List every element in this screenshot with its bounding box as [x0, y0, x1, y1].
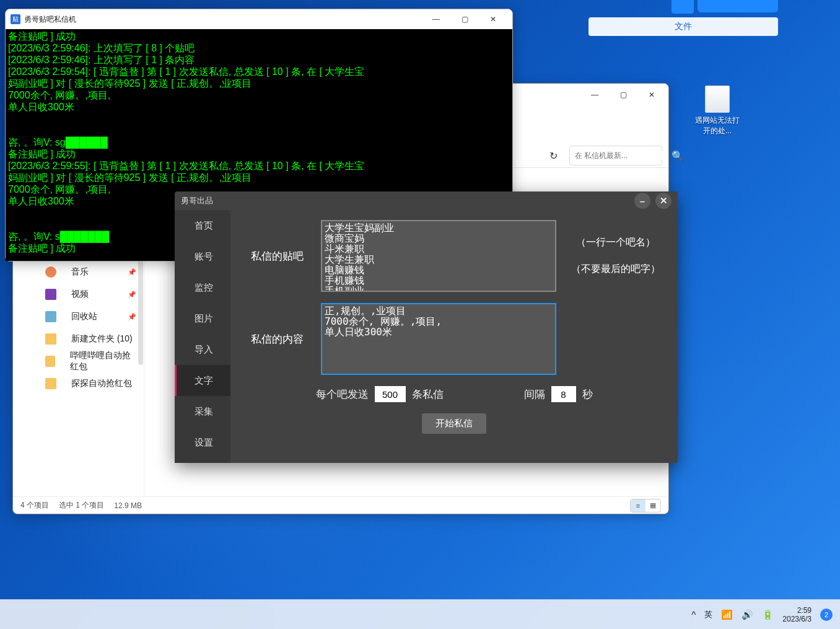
- close-button[interactable]: ✕: [637, 86, 666, 104]
- sidebar-item-recycle[interactable]: 回收站📌: [13, 306, 144, 328]
- status-selected: 选中 1 个项目: [59, 500, 104, 511]
- input-interval[interactable]: [551, 386, 576, 402]
- notification-badge[interactable]: 2: [820, 609, 833, 621]
- status-item-count: 4 个项目: [20, 500, 49, 511]
- tab-import[interactable]: 导入: [175, 334, 230, 365]
- tab-home[interactable]: 首页: [175, 210, 230, 241]
- settings-sidebar: 首页 账号 监控 图片 导入 文字 采集 设置: [175, 210, 230, 463]
- refresh-button[interactable]: ↻: [542, 146, 564, 165]
- video-icon: [45, 289, 56, 300]
- settings-window: 勇哥出品 – ✕ 首页 账号 监控 图片 导入 文字 采集 设置 私信的贴吧 （…: [175, 191, 678, 463]
- minimize-button[interactable]: —: [580, 86, 609, 104]
- folder-icon: [45, 356, 55, 367]
- label-per-bar: 每个吧发送: [316, 387, 369, 402]
- taskbar-clock[interactable]: 2:59 2023/6/3: [782, 606, 812, 623]
- input-count[interactable]: [375, 386, 406, 402]
- icons-view-button[interactable]: ▦: [645, 499, 660, 512]
- console-titlebar[interactable]: 贴 勇哥贴吧私信机 — ▢ ✕: [6, 9, 512, 29]
- top-blue-pill[interactable]: [698, 0, 778, 12]
- taskbar[interactable]: ^ 英 📶 🔊 🔋 2:59 2023/6/3 2: [0, 599, 840, 629]
- send-config-row: 每个吧发送 条私信 间隔 秒: [243, 386, 665, 402]
- start-button[interactable]: 开始私信: [422, 413, 486, 434]
- sidebar-item-folder[interactable]: 哔哩哔哩自动抢红包: [13, 350, 144, 372]
- search-icon: 🔍: [672, 150, 684, 162]
- search-input[interactable]: [575, 151, 668, 160]
- tab-monitor[interactable]: 监控: [175, 272, 230, 303]
- maximize-button[interactable]: ▢: [609, 86, 637, 104]
- pin-icon: 📌: [128, 291, 136, 299]
- sidebar-item-videos[interactable]: 视频📌: [13, 283, 144, 306]
- view-toggle[interactable]: ≡ ▦: [630, 499, 661, 512]
- file-icon: [705, 86, 730, 113]
- minimize-button[interactable]: –: [634, 193, 650, 209]
- app-icon: 贴: [11, 14, 20, 24]
- folder-icon: [45, 378, 56, 389]
- sidebar-item-music[interactable]: 音乐📌: [13, 261, 144, 283]
- status-size: 12.9 MB: [114, 501, 142, 510]
- desktop-shortcut[interactable]: 遇网站无法打开的处...: [694, 86, 741, 136]
- explorer-statusbar: 4 个项目 选中 1 个项目 12.9 MB ≡ ▦: [13, 496, 668, 514]
- system-tray: ^ 英 📶 🔊 🔋 2:59 2023/6/3 2: [691, 606, 833, 623]
- window-title: 勇哥贴吧私信机: [24, 14, 422, 25]
- textarea-content[interactable]: [321, 303, 556, 375]
- minimize-button[interactable]: —: [422, 10, 450, 29]
- label-seconds: 秒: [582, 387, 593, 402]
- top-file-pill[interactable]: 文件: [588, 17, 778, 36]
- tab-text[interactable]: 文字: [175, 365, 230, 396]
- tab-image[interactable]: 图片: [175, 303, 230, 334]
- close-button[interactable]: ✕: [479, 10, 507, 29]
- pin-icon: 📌: [128, 268, 136, 276]
- brand-label: 勇哥出品: [181, 195, 213, 206]
- label-unit: 条私信: [412, 387, 444, 402]
- label-tieba: 私信的贴吧: [243, 249, 311, 263]
- sidebar-item-folder[interactable]: 新建文件夹 (10): [13, 328, 144, 350]
- top-app-badge: [672, 0, 694, 14]
- tray-chevron-icon[interactable]: ^: [691, 609, 696, 620]
- note-tieba: （一行一个吧名） （不要最后的吧字）: [566, 236, 665, 276]
- settings-content: 私信的贴吧 （一行一个吧名） （不要最后的吧字） 私信的内容 每个吧发送 条私信…: [230, 210, 678, 463]
- pin-icon: 📌: [128, 313, 136, 321]
- settings-titlebar[interactable]: 勇哥出品 – ✕: [175, 191, 678, 210]
- battery-icon[interactable]: 🔋: [762, 609, 774, 620]
- label-interval: 间隔: [524, 387, 545, 402]
- ime-indicator[interactable]: 英: [704, 609, 712, 620]
- explorer-search[interactable]: 🔍: [569, 146, 662, 165]
- tab-collect[interactable]: 采集: [175, 396, 230, 427]
- volume-icon[interactable]: 🔊: [742, 609, 753, 620]
- wifi-icon[interactable]: 📶: [721, 609, 733, 620]
- tab-account[interactable]: 账号: [175, 241, 230, 272]
- label-content: 私信的内容: [243, 332, 311, 346]
- desktop-shortcut-label: 遇网站无法打开的处...: [694, 115, 741, 136]
- recycle-icon: [45, 311, 56, 322]
- music-icon: [45, 266, 56, 278]
- details-view-button[interactable]: ≡: [631, 499, 645, 512]
- folder-icon: [45, 333, 56, 345]
- maximize-button[interactable]: ▢: [450, 10, 479, 29]
- close-button[interactable]: ✕: [655, 193, 672, 209]
- sidebar-item-folder[interactable]: 探探自动抢红包: [13, 372, 144, 395]
- tab-settings[interactable]: 设置: [175, 427, 230, 458]
- textarea-tieba[interactable]: [321, 220, 556, 292]
